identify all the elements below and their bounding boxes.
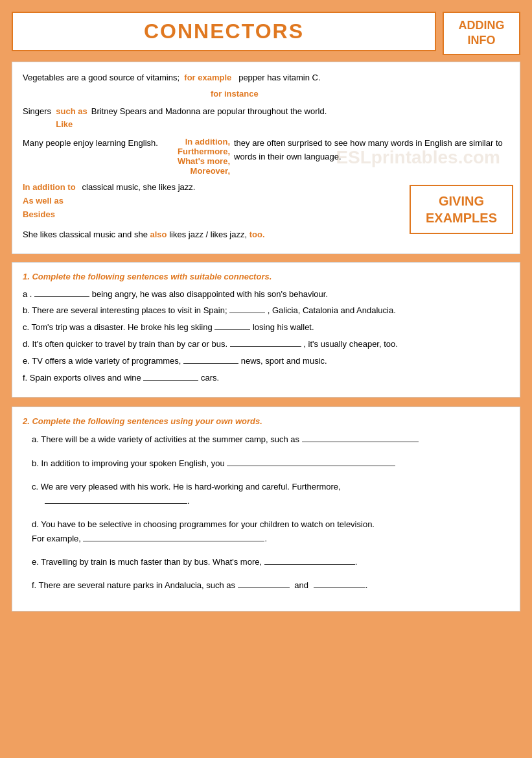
list-item-label: a .: [23, 289, 34, 299]
blank[interactable]: [143, 372, 198, 381]
blank[interactable]: [230, 338, 301, 347]
title-box: CONNECTORS: [12, 12, 436, 51]
list-item: c. Tom's trip was a disaster. He broke h…: [23, 321, 509, 335]
list-item: b. There are several interesting places …: [23, 304, 509, 318]
list-item: d. It's often quicker to travel by train…: [23, 338, 509, 351]
singers-row: Singers such as Like Britney Spears and …: [23, 105, 509, 130]
blank2[interactable]: [314, 579, 365, 588]
such-as: such as: [56, 105, 87, 118]
page: CONNECTORS ADDINGINFO Vegetables are a g…: [12, 12, 520, 611]
as-well-as-connector: As well as: [23, 196, 64, 206]
list-item: a. There will be a wide variety of activ…: [23, 432, 509, 447]
title-row: CONNECTORS ADDINGINFO: [12, 12, 520, 55]
exercise1-title: 1. Complete the following sentences with…: [23, 272, 509, 281]
grammar-content-box: Vegetables are a good source of vitamins…: [12, 62, 520, 254]
like: Like: [56, 118, 73, 131]
in-addition-connector: In addition,: [185, 137, 230, 147]
moreover-connector: Moreover,: [191, 166, 230, 176]
blank[interactable]: [34, 288, 89, 297]
vegetables-text: Vegetables are a good source of vitamins…: [23, 71, 321, 84]
furthermore-connectors: In addition, Furthermore, What's more, M…: [165, 137, 230, 176]
adding-info-label: ADDINGINFO: [459, 19, 505, 47]
list-item: e. TV offers a wide variety of programme…: [23, 355, 509, 368]
blank2[interactable]: [227, 457, 395, 466]
blank[interactable]: [214, 321, 250, 330]
list-item: c. We are very pleased with his work. He…: [23, 480, 509, 508]
singers-label: Singers: [23, 105, 56, 130]
blank2[interactable]: [83, 532, 264, 541]
for-example: for example: [184, 73, 231, 82]
for-instance: for instance: [211, 89, 259, 99]
main-title: CONNECTORS: [32, 19, 415, 43]
and-text: and: [294, 580, 308, 590]
also-text-before: She likes classical music and she: [23, 230, 150, 239]
furthermore-connector: Furthermore,: [178, 147, 230, 156]
blank2[interactable]: [238, 579, 290, 588]
in-addition-to-text: classical music, she likes jazz.: [82, 181, 196, 195]
whats-more-connector: What's more,: [178, 156, 230, 166]
vegetables-row: Vegetables are a good source of vitamins…: [23, 71, 509, 84]
blank2[interactable]: [45, 495, 187, 504]
blank[interactable]: [229, 304, 265, 313]
in-addition-to-connector: In addition to: [23, 181, 76, 195]
list-item: d. You have to be selective in choosing …: [23, 517, 509, 546]
exercise1-box: 1. Complete the following sentences with…: [12, 262, 520, 398]
also-connector: also: [150, 230, 167, 239]
too-connector: too.: [249, 230, 265, 239]
list-item: a . being angry, he was also disappointe…: [23, 288, 509, 302]
exercise2-title: 2. Complete the following sentences usin…: [23, 416, 509, 426]
exercise2-list: a. There will be a wide variety of activ…: [23, 432, 509, 593]
furthermore-left-text: Many people enjoy learning English.: [23, 137, 165, 176]
for-instance-row: for instance: [211, 89, 509, 99]
furthermore-block: Many people enjoy learning English. In a…: [23, 137, 509, 176]
list-item: f. There are several nature parks in And…: [23, 578, 509, 593]
blank[interactable]: [183, 355, 238, 364]
blank2[interactable]: [264, 556, 355, 565]
giving-examples-label: GIVINGEXAMPLES: [426, 194, 497, 225]
adding-info-box: ADDINGINFO: [443, 12, 520, 55]
besides-connector: Besides: [23, 209, 55, 219]
exercise2-box: 2. Complete the following sentences usin…: [12, 407, 520, 611]
also-text-after: likes jazz / likes jazz,: [169, 230, 249, 239]
exercise1-list: a . being angry, he was also disappointe…: [23, 288, 509, 385]
singers-connectors: such as Like: [56, 105, 87, 130]
furthermore-right-text: they are often surprised to see how many…: [234, 137, 509, 176]
list-item: e. Travelling by train is much faster th…: [23, 555, 509, 569]
giving-examples-box: GIVINGEXAMPLES: [410, 185, 513, 234]
singers-text: Britney Spears and Madonna are popular t…: [91, 105, 327, 130]
blank2[interactable]: [302, 433, 419, 442]
list-item-label: b. There are several interesting places …: [23, 305, 229, 315]
list-item: b. In addition to improving your spoken …: [23, 456, 509, 471]
list-item: f. Spain exports olives and wine cars.: [23, 372, 509, 385]
